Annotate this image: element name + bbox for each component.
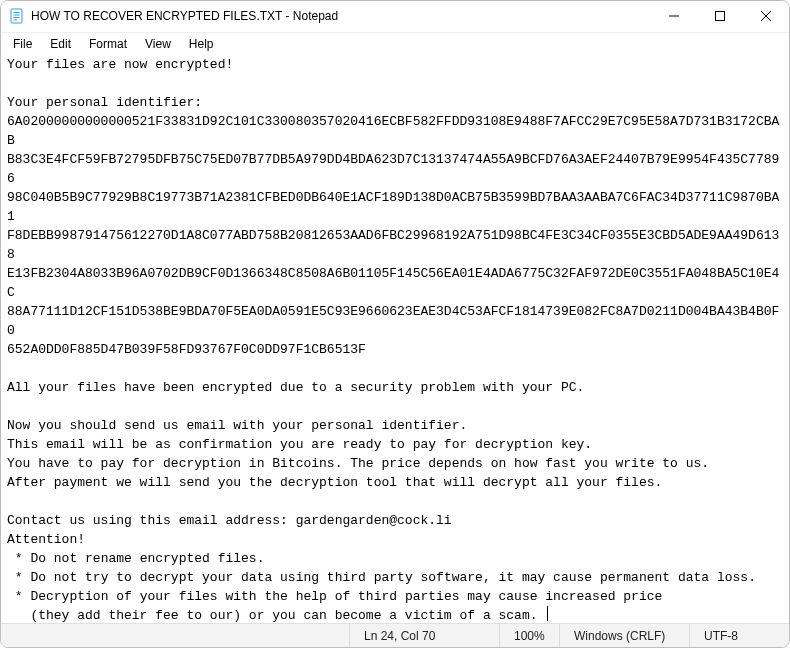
status-zoom: 100% xyxy=(499,624,559,647)
titlebar: HOW TO RECOVER ENCRYPTED FILES.TXT - Not… xyxy=(1,1,789,33)
text-caret xyxy=(547,606,548,621)
window-title: HOW TO RECOVER ENCRYPTED FILES.TXT - Not… xyxy=(31,9,651,23)
status-encoding: UTF-8 xyxy=(689,624,789,647)
close-button[interactable] xyxy=(743,1,789,32)
minimize-button[interactable] xyxy=(651,1,697,32)
menu-file[interactable]: File xyxy=(5,33,40,55)
notepad-app-icon xyxy=(9,8,25,24)
menu-edit[interactable]: Edit xyxy=(42,33,79,55)
svg-rect-0 xyxy=(11,9,22,23)
document-text: Your files are now encrypted! Your perso… xyxy=(7,57,779,623)
menu-view[interactable]: View xyxy=(137,33,179,55)
status-line-ending: Windows (CRLF) xyxy=(559,624,689,647)
window-controls xyxy=(651,1,789,32)
svg-rect-6 xyxy=(716,12,725,21)
menu-format[interactable]: Format xyxy=(81,33,135,55)
menubar: File Edit Format View Help xyxy=(1,33,789,55)
text-area[interactable]: Your files are now encrypted! Your perso… xyxy=(1,55,789,623)
maximize-button[interactable] xyxy=(697,1,743,32)
status-cursor-position: Ln 24, Col 70 xyxy=(349,624,499,647)
statusbar: Ln 24, Col 70 100% Windows (CRLF) UTF-8 xyxy=(1,623,789,647)
notepad-window: HOW TO RECOVER ENCRYPTED FILES.TXT - Not… xyxy=(0,0,790,648)
menu-help[interactable]: Help xyxy=(181,33,222,55)
